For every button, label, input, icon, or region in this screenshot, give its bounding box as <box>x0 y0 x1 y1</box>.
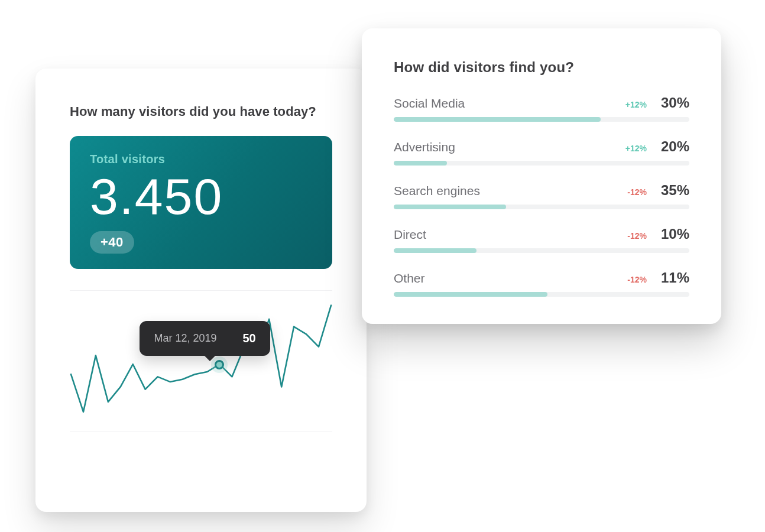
source-delta: +12% <box>625 100 647 109</box>
sources-card: How did visitors find you? Social Media+… <box>362 28 721 324</box>
source-bar-fill <box>394 161 447 166</box>
source-bar-fill <box>394 117 601 122</box>
source-label: Social Media <box>394 96 465 111</box>
source-bar-fill <box>394 292 547 297</box>
source-row: Other-12%11% <box>394 270 689 297</box>
source-value: 11% <box>655 270 689 286</box>
source-row: Direct-12%10% <box>394 226 689 253</box>
chart-tooltip: Mar 12, 2019 50 <box>140 321 270 356</box>
total-visitors-delta: +40 <box>90 231 134 254</box>
total-visitors-value: 3.450 <box>90 170 312 223</box>
sources-list: Social Media+12%30%Advertising+12%20%Sea… <box>394 95 689 297</box>
source-bar-track <box>394 161 689 166</box>
total-visitors-label: Total visitors <box>90 153 312 166</box>
source-delta: -12% <box>627 231 647 241</box>
sparkline-svg <box>70 293 332 430</box>
source-delta: +12% <box>625 144 647 153</box>
source-bar-track <box>394 292 689 297</box>
source-bar-track <box>394 205 689 209</box>
source-bar-track <box>394 248 689 253</box>
total-visitors-box: Total visitors 3.450 +40 <box>70 136 332 269</box>
source-label: Other <box>394 271 425 286</box>
visitors-sparkline-chart[interactable]: Mar 12, 2019 50 <box>70 290 332 432</box>
source-delta: -12% <box>627 275 647 284</box>
source-value: 10% <box>655 226 689 242</box>
chart-tooltip-value: 50 <box>243 332 256 345</box>
source-row: Social Media+12%30% <box>394 95 689 122</box>
source-row: Search engines-12%35% <box>394 182 689 209</box>
source-bar-fill <box>394 248 476 253</box>
sources-card-title: How did visitors find you? <box>394 59 689 76</box>
source-label: Search engines <box>394 184 480 198</box>
chart-tooltip-date: Mar 12, 2019 <box>154 332 216 345</box>
source-value: 20% <box>655 138 689 155</box>
source-bar-track <box>394 117 689 122</box>
source-delta: -12% <box>627 187 647 197</box>
source-label: Advertising <box>394 140 455 154</box>
source-label: Direct <box>394 228 426 242</box>
visitors-card: How many visitors did you have today? To… <box>35 69 367 512</box>
source-value: 30% <box>655 95 689 111</box>
source-bar-fill <box>394 205 506 209</box>
source-value: 35% <box>655 182 689 199</box>
visitors-card-title: How many visitors did you have today? <box>70 104 332 119</box>
source-row: Advertising+12%20% <box>394 138 689 166</box>
chart-tooltip-marker <box>215 360 224 369</box>
